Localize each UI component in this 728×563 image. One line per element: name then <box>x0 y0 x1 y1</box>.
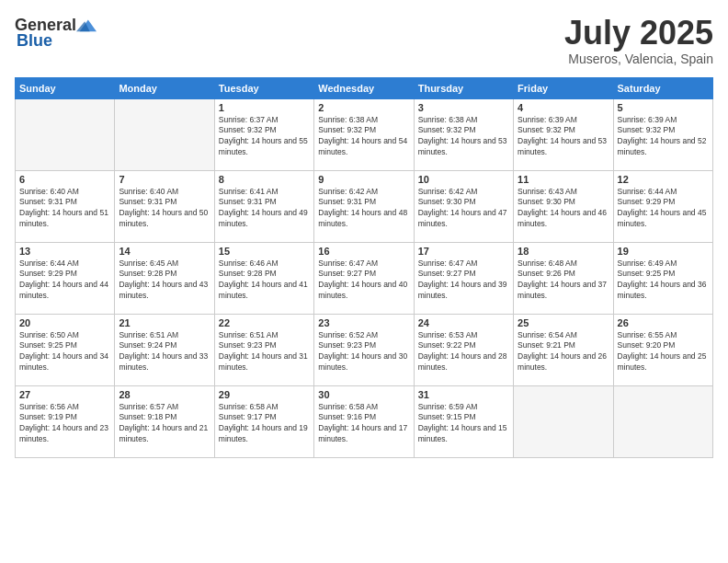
day-number: 13 <box>19 246 110 257</box>
day-number: 30 <box>318 389 409 400</box>
day-number: 12 <box>618 174 709 185</box>
col-sunday: Sunday <box>16 77 115 98</box>
logo-icon <box>76 15 97 35</box>
calendar-cell: 7Sunrise: 6:40 AMSunset: 9:31 PMDaylight… <box>115 170 214 242</box>
day-number: 18 <box>518 246 609 257</box>
calendar-week-1: 6Sunrise: 6:40 AMSunset: 9:31 PMDaylight… <box>16 170 713 242</box>
calendar-cell: 15Sunrise: 6:46 AMSunset: 9:28 PMDayligh… <box>214 242 313 314</box>
calendar-cell: 18Sunrise: 6:48 AMSunset: 9:26 PMDayligh… <box>514 242 613 314</box>
day-number: 31 <box>418 389 509 400</box>
calendar-cell: 23Sunrise: 6:52 AMSunset: 9:23 PMDayligh… <box>314 314 414 385</box>
day-number: 1 <box>219 102 310 113</box>
day-info: Sunrise: 6:47 AMSunset: 9:27 PMDaylight:… <box>418 259 509 303</box>
day-info: Sunrise: 6:58 AMSunset: 9:17 PMDaylight:… <box>219 402 310 446</box>
day-info: Sunrise: 6:59 AMSunset: 9:15 PMDaylight:… <box>418 402 509 446</box>
day-number: 26 <box>618 317 709 328</box>
day-info: Sunrise: 6:41 AMSunset: 9:31 PMDaylight:… <box>219 187 310 231</box>
day-number: 21 <box>119 317 210 328</box>
calendar-cell: 16Sunrise: 6:47 AMSunset: 9:27 PMDayligh… <box>314 242 414 314</box>
day-number: 5 <box>618 102 709 113</box>
month-title: July 2025 <box>564 15 713 52</box>
calendar-cell: 31Sunrise: 6:59 AMSunset: 9:15 PMDayligh… <box>414 385 513 457</box>
calendar-cell <box>613 385 712 457</box>
col-saturday: Saturday <box>613 77 712 98</box>
day-info: Sunrise: 6:37 AMSunset: 9:32 PMDaylight:… <box>219 115 310 159</box>
page-container: General Blue July 2025 Museros, Valencia… <box>0 0 728 465</box>
day-number: 28 <box>119 389 210 400</box>
day-number: 9 <box>318 174 409 185</box>
day-number: 16 <box>318 246 409 257</box>
day-number: 25 <box>518 317 609 328</box>
calendar-cell: 11Sunrise: 6:43 AMSunset: 9:30 PMDayligh… <box>514 170 613 242</box>
day-number: 22 <box>219 317 310 328</box>
col-wednesday: Wednesday <box>314 77 414 98</box>
day-info: Sunrise: 6:47 AMSunset: 9:27 PMDaylight:… <box>318 259 409 303</box>
calendar-cell: 26Sunrise: 6:55 AMSunset: 9:20 PMDayligh… <box>613 314 712 385</box>
day-info: Sunrise: 6:54 AMSunset: 9:21 PMDaylight:… <box>518 330 609 374</box>
day-number: 29 <box>219 389 310 400</box>
calendar-header-row: Sunday Monday Tuesday Wednesday Thursday… <box>16 77 713 98</box>
day-info: Sunrise: 6:40 AMSunset: 9:31 PMDaylight:… <box>119 187 210 231</box>
day-info: Sunrise: 6:51 AMSunset: 9:23 PMDaylight:… <box>219 330 310 374</box>
calendar-cell: 30Sunrise: 6:58 AMSunset: 9:16 PMDayligh… <box>314 385 414 457</box>
calendar-cell: 12Sunrise: 6:44 AMSunset: 9:29 PMDayligh… <box>613 170 712 242</box>
calendar-cell <box>16 98 115 170</box>
col-tuesday: Tuesday <box>214 77 313 98</box>
col-friday: Friday <box>514 77 613 98</box>
calendar-cell: 17Sunrise: 6:47 AMSunset: 9:27 PMDayligh… <box>414 242 513 314</box>
title-section: July 2025 Museros, Valencia, Spain <box>564 15 713 66</box>
day-info: Sunrise: 6:38 AMSunset: 9:32 PMDaylight:… <box>418 115 509 159</box>
calendar-cell: 10Sunrise: 6:42 AMSunset: 9:30 PMDayligh… <box>414 170 513 242</box>
calendar-cell: 13Sunrise: 6:44 AMSunset: 9:29 PMDayligh… <box>16 242 115 314</box>
day-number: 24 <box>418 317 509 328</box>
calendar-cell: 28Sunrise: 6:57 AMSunset: 9:18 PMDayligh… <box>115 385 214 457</box>
calendar-cell: 6Sunrise: 6:40 AMSunset: 9:31 PMDaylight… <box>16 170 115 242</box>
calendar-body: 1Sunrise: 6:37 AMSunset: 9:32 PMDaylight… <box>16 98 713 457</box>
day-info: Sunrise: 6:52 AMSunset: 9:23 PMDaylight:… <box>318 330 409 374</box>
logo-blue-text: Blue <box>17 31 52 51</box>
calendar-cell: 4Sunrise: 6:39 AMSunset: 9:32 PMDaylight… <box>514 98 613 170</box>
day-info: Sunrise: 6:46 AMSunset: 9:28 PMDaylight:… <box>219 259 310 303</box>
calendar-week-2: 13Sunrise: 6:44 AMSunset: 9:29 PMDayligh… <box>16 242 713 314</box>
day-info: Sunrise: 6:50 AMSunset: 9:25 PMDaylight:… <box>19 330 110 374</box>
day-number: 11 <box>518 174 609 185</box>
day-number: 14 <box>119 246 210 257</box>
day-info: Sunrise: 6:49 AMSunset: 9:25 PMDaylight:… <box>618 259 709 303</box>
header: General Blue July 2025 Museros, Valencia… <box>15 15 713 66</box>
day-info: Sunrise: 6:53 AMSunset: 9:22 PMDaylight:… <box>418 330 509 374</box>
col-monday: Monday <box>115 77 214 98</box>
day-number: 4 <box>518 102 609 113</box>
location-title: Museros, Valencia, Spain <box>564 52 713 66</box>
day-number: 8 <box>219 174 310 185</box>
calendar-cell: 21Sunrise: 6:51 AMSunset: 9:24 PMDayligh… <box>115 314 214 385</box>
day-info: Sunrise: 6:45 AMSunset: 9:28 PMDaylight:… <box>119 259 210 303</box>
day-info: Sunrise: 6:58 AMSunset: 9:16 PMDaylight:… <box>318 402 409 446</box>
day-info: Sunrise: 6:44 AMSunset: 9:29 PMDaylight:… <box>19 259 110 303</box>
day-number: 3 <box>418 102 509 113</box>
day-info: Sunrise: 6:39 AMSunset: 9:32 PMDaylight:… <box>518 115 609 159</box>
day-info: Sunrise: 6:55 AMSunset: 9:20 PMDaylight:… <box>618 330 709 374</box>
calendar-cell: 20Sunrise: 6:50 AMSunset: 9:25 PMDayligh… <box>16 314 115 385</box>
day-info: Sunrise: 6:51 AMSunset: 9:24 PMDaylight:… <box>119 330 210 374</box>
calendar-cell: 29Sunrise: 6:58 AMSunset: 9:17 PMDayligh… <box>214 385 313 457</box>
day-info: Sunrise: 6:39 AMSunset: 9:32 PMDaylight:… <box>618 115 709 159</box>
calendar-cell <box>115 98 214 170</box>
calendar-cell: 8Sunrise: 6:41 AMSunset: 9:31 PMDaylight… <box>214 170 313 242</box>
calendar-cell <box>514 385 613 457</box>
col-thursday: Thursday <box>414 77 513 98</box>
calendar-cell: 24Sunrise: 6:53 AMSunset: 9:22 PMDayligh… <box>414 314 513 385</box>
day-number: 20 <box>19 317 110 328</box>
calendar-week-3: 20Sunrise: 6:50 AMSunset: 9:25 PMDayligh… <box>16 314 713 385</box>
day-info: Sunrise: 6:38 AMSunset: 9:32 PMDaylight:… <box>318 115 409 159</box>
day-number: 27 <box>19 389 110 400</box>
day-number: 2 <box>318 102 409 113</box>
day-number: 15 <box>219 246 310 257</box>
calendar-cell: 1Sunrise: 6:37 AMSunset: 9:32 PMDaylight… <box>214 98 313 170</box>
calendar-cell: 19Sunrise: 6:49 AMSunset: 9:25 PMDayligh… <box>613 242 712 314</box>
calendar-cell: 2Sunrise: 6:38 AMSunset: 9:32 PMDaylight… <box>314 98 414 170</box>
calendar-cell: 5Sunrise: 6:39 AMSunset: 9:32 PMDaylight… <box>613 98 712 170</box>
day-number: 19 <box>618 246 709 257</box>
day-info: Sunrise: 6:40 AMSunset: 9:31 PMDaylight:… <box>19 187 110 231</box>
day-info: Sunrise: 6:48 AMSunset: 9:26 PMDaylight:… <box>518 259 609 303</box>
calendar-table: Sunday Monday Tuesday Wednesday Thursday… <box>15 77 713 458</box>
